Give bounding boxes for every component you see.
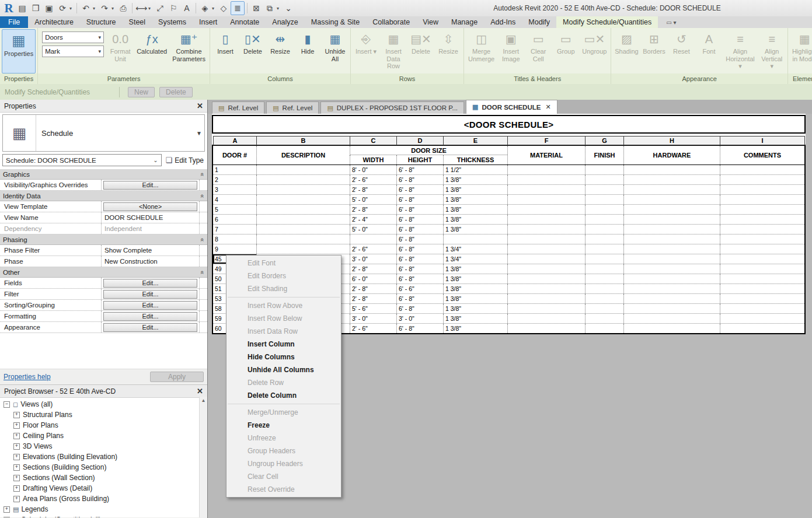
tab-architecture[interactable]: Architecture xyxy=(28,16,80,28)
cell-a-row-5[interactable]: 5 xyxy=(213,205,256,214)
cell-d-row-60[interactable]: 6' - 8" xyxy=(396,324,443,333)
cell-i-row-4[interactable] xyxy=(720,195,804,204)
cell-a-row-7[interactable]: 7 xyxy=(213,225,256,234)
cell-h-row-50[interactable] xyxy=(623,274,720,284)
formatting-edit-button[interactable]: Edit... xyxy=(103,312,197,321)
tree-item-structural-plans[interactable]: +Structural Plans xyxy=(0,410,207,420)
menu-item-unhide-all-columns[interactable]: Unhide All Columns xyxy=(226,363,341,376)
property-group-phasing[interactable]: Phasing« xyxy=(0,235,207,245)
cell-a-row-4[interactable]: 4 xyxy=(213,195,256,204)
open-icon[interactable]: ❒ xyxy=(29,2,42,15)
redo-icon[interactable]: ↷ xyxy=(98,2,111,15)
schedule-title[interactable]: <DOOR SCHEDULE> xyxy=(212,115,806,134)
tree-item-3d-views[interactable]: +3D Views xyxy=(0,441,207,452)
cell-i-row-49[interactable] xyxy=(720,264,804,274)
expand-box-icon[interactable]: + xyxy=(13,412,20,418)
mark-dropdown[interactable]: Mark▾ xyxy=(42,46,104,57)
cell-h-row-59[interactable] xyxy=(623,314,720,323)
file-tab[interactable]: File xyxy=(0,16,28,28)
menu-item-freeze[interactable]: Freeze xyxy=(226,419,341,432)
cell-g-row-59[interactable] xyxy=(585,314,623,323)
tab-modify[interactable]: Modify xyxy=(522,16,556,28)
cell-e-row-59[interactable]: 1 3/8" xyxy=(443,314,507,323)
close-view-icon[interactable]: ✕ xyxy=(545,103,550,111)
cell-d-row-4[interactable]: 6' - 8" xyxy=(396,195,443,204)
cell-f-row-49[interactable] xyxy=(507,264,585,274)
cell-i-row-8[interactable] xyxy=(720,235,804,244)
cell-c-row-3[interactable]: 2' - 8" xyxy=(350,185,396,194)
header-thickness[interactable]: THICKNESS xyxy=(443,155,507,164)
unhide-all-button[interactable]: ▦Unhide All xyxy=(322,29,349,74)
column-letter-f[interactable]: F xyxy=(507,136,586,145)
tab-insert[interactable]: Insert xyxy=(193,16,224,28)
save-icon[interactable]: ▣ xyxy=(43,2,55,15)
cell-d-row-51[interactable]: 6' - 6" xyxy=(396,284,443,293)
cell-i-row-60[interactable] xyxy=(720,324,804,333)
tree-item-legends[interactable]: +▤Legends xyxy=(0,504,207,514)
cell-e-row-9[interactable]: 1 3/4" xyxy=(443,244,507,254)
menu-item-delete-column[interactable]: Delete Column xyxy=(226,389,341,402)
resize-button[interactable]: ⇹Resize xyxy=(267,29,294,74)
cell-f-row-6[interactable] xyxy=(507,215,585,224)
cell-c-row-58[interactable]: 5' - 6" xyxy=(350,304,396,313)
cell-g-row-6[interactable] xyxy=(585,215,623,224)
cell-b-row-9[interactable] xyxy=(256,244,350,254)
tab-analyze[interactable]: Analyze xyxy=(266,16,304,28)
close-icon[interactable]: ✕ xyxy=(197,387,203,396)
cell-f-row-8[interactable] xyxy=(507,235,585,244)
header-width[interactable]: WIDTH xyxy=(350,155,396,164)
menu-item-insert-column[interactable]: Insert Column xyxy=(226,338,341,351)
cell-g-row-8[interactable] xyxy=(585,235,623,244)
tree-item-ceiling-plans[interactable]: +Ceiling Plans xyxy=(0,430,207,441)
view-tab-ref-level[interactable]: ▤Ref. Level xyxy=(266,102,319,114)
cell-a-row-2[interactable]: 2 xyxy=(213,175,256,184)
cell-f-row-2[interactable] xyxy=(507,175,585,184)
cell-f-row-53[interactable] xyxy=(507,294,585,303)
collapse-chevron-icon[interactable]: « xyxy=(199,237,206,241)
column-letter-b[interactable]: B xyxy=(256,136,350,145)
cell-b-row-3[interactable] xyxy=(256,185,350,194)
cell-i-row-58[interactable] xyxy=(720,304,804,313)
property-group-graphics[interactable]: Graphics« xyxy=(0,169,207,180)
expand-box-icon[interactable]: + xyxy=(13,464,20,471)
hide-button[interactable]: ▮Hide xyxy=(294,29,321,74)
cell-d-row-9[interactable]: 6' - 8" xyxy=(396,244,443,254)
chevron-down-icon[interactable]: ▼ xyxy=(194,115,204,151)
cell-g-row-5[interactable] xyxy=(585,205,623,214)
thin-lines-icon[interactable]: ≣ xyxy=(231,1,245,15)
tab-modify-schedule-quantities[interactable]: Modify Schedule/Quantities xyxy=(556,16,658,28)
cell-a-row-1[interactable]: 1 xyxy=(213,165,256,174)
header-hardware[interactable]: HARDWARE xyxy=(623,146,720,164)
cell-e-row-58[interactable]: 1 3/8" xyxy=(443,304,507,313)
cell-g-row-50[interactable] xyxy=(585,274,623,284)
header-door-number[interactable]: DOOR # xyxy=(213,146,256,164)
cell-d-row-8[interactable]: 6' - 8" xyxy=(396,235,443,244)
sync-with-central-icon-caret[interactable]: ▾ xyxy=(69,6,74,11)
cell-d-row-49[interactable]: 6' - 8" xyxy=(396,264,443,274)
cell-b-row-2[interactable] xyxy=(256,175,350,184)
cell-h-row-49[interactable] xyxy=(623,264,720,274)
cell-e-row-3[interactable]: 1 3/8" xyxy=(443,185,507,194)
cell-c-row-9[interactable]: 2' - 6" xyxy=(350,244,396,254)
cell-b-row-7[interactable] xyxy=(256,225,350,234)
cell-d-row-58[interactable]: 6' - 8" xyxy=(396,304,443,313)
cell-i-row-1[interactable] xyxy=(720,165,804,174)
tag-by-category-icon[interactable]: ⚐ xyxy=(167,2,180,15)
expand-box-icon[interactable]: + xyxy=(13,475,20,481)
close-inactive-windows-icon[interactable]: ⊠ xyxy=(250,2,263,15)
cell-f-row-45[interactable] xyxy=(507,254,585,264)
visibility-graphics-overrides-edit-button[interactable]: Edit... xyxy=(103,181,197,190)
tab-massing-site[interactable]: Massing & Site xyxy=(305,16,366,28)
tab-structure[interactable]: Structure xyxy=(80,16,123,28)
expand-box-icon[interactable]: + xyxy=(13,454,20,460)
cell-c-row-5[interactable]: 2' - 8" xyxy=(350,205,396,214)
cell-d-row-2[interactable]: 6' - 8" xyxy=(396,175,443,184)
cell-g-row-53[interactable] xyxy=(585,294,623,303)
cell-e-row-7[interactable]: 1 3/8" xyxy=(443,225,507,234)
expand-box-icon[interactable]: + xyxy=(13,433,20,439)
cell-d-row-53[interactable]: 6' - 8" xyxy=(396,294,443,303)
cell-d-row-45[interactable]: 6' - 8" xyxy=(396,254,443,264)
undo-icon[interactable]: ↶ xyxy=(79,2,92,15)
cell-c-row-50[interactable]: 6' - 0" xyxy=(350,274,396,284)
column-letter-i[interactable]: I xyxy=(720,136,805,145)
